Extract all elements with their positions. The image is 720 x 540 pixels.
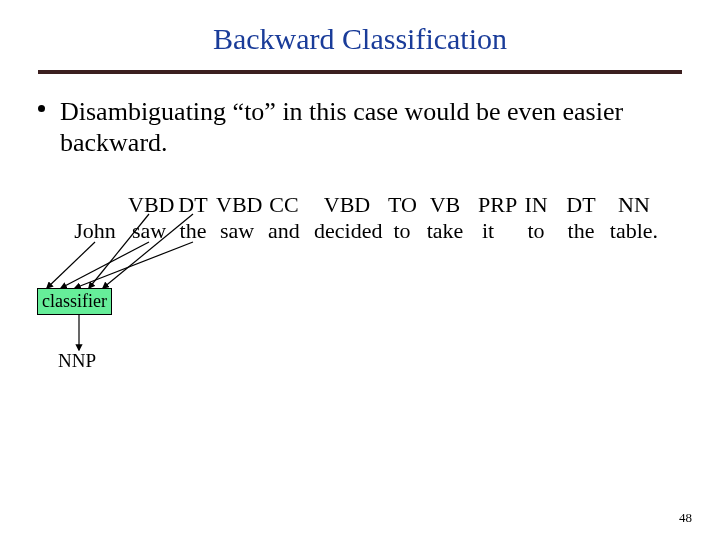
bullet-item: Disambiguating “to” in this case would b…	[60, 96, 660, 158]
word-token: the	[564, 218, 598, 244]
pos-tag: DT	[176, 192, 210, 218]
word-token: saw	[216, 218, 258, 244]
pos-tag: VBD	[128, 192, 170, 218]
pos-tag: VB	[424, 192, 466, 218]
input-arrow	[47, 242, 95, 288]
pos-tag: DT	[564, 192, 598, 218]
bullet-text: Disambiguating “to” in this case would b…	[60, 97, 623, 157]
word-token: to	[524, 218, 548, 244]
word-token: decided	[314, 218, 380, 244]
input-arrow	[61, 242, 149, 288]
input-arrow	[75, 242, 193, 288]
bullet-dot-icon	[38, 105, 45, 112]
word-token: table.	[608, 218, 660, 244]
word-token: and	[264, 218, 304, 244]
word-token: saw	[128, 218, 170, 244]
classifier-box: classifier	[37, 288, 112, 315]
page-number: 48	[679, 510, 692, 526]
word-token: the	[176, 218, 210, 244]
pos-tag: IN	[524, 192, 548, 218]
pos-tag: CC	[264, 192, 304, 218]
pos-tag: PRP	[478, 192, 498, 218]
pos-tag: VBD	[314, 192, 380, 218]
pos-tag: TO	[388, 192, 416, 218]
pos-tag: NN	[608, 192, 660, 218]
word-token: John	[72, 218, 118, 244]
word-token: take	[424, 218, 466, 244]
slide: Backward Classification Disambiguating “…	[0, 0, 720, 540]
pos-tag: VBD	[216, 192, 258, 218]
word-token: it	[478, 218, 498, 244]
arrows-svg	[0, 0, 720, 540]
word-token: to	[388, 218, 416, 244]
output-tag: NNP	[58, 350, 96, 372]
slide-title: Backward Classification	[0, 22, 720, 56]
title-rule	[38, 70, 682, 74]
classifier-label: classifier	[42, 291, 107, 311]
